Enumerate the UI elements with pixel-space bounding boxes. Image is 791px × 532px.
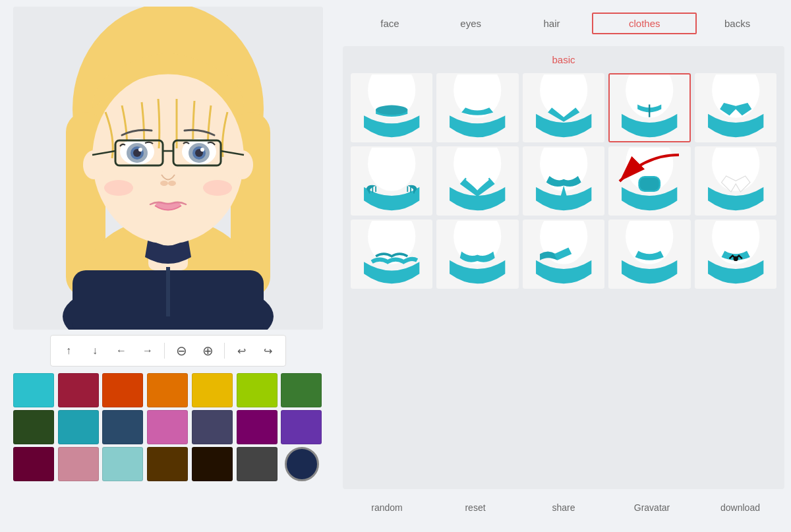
svg-point-16 [138, 148, 142, 152]
action-gravatar-button[interactable]: Gravatar [608, 496, 696, 519]
svg-point-30 [203, 180, 232, 196]
color-swatch-1[interactable] [58, 373, 99, 407]
color-swatch-8[interactable] [58, 410, 99, 444]
redo-button[interactable]: ↪ [256, 340, 279, 362]
tab-hair[interactable]: hair [512, 13, 593, 34]
color-swatch-19[interactable] [237, 447, 278, 481]
divider-2 [224, 343, 225, 359]
color-swatch-15[interactable] [58, 447, 99, 481]
action-reset-button[interactable]: reset [431, 496, 519, 519]
color-palette [13, 373, 323, 481]
move-right-button[interactable]: → [136, 340, 159, 362]
category-tabs: faceeyeshairclothesbacks [343, 0, 784, 46]
color-swatch-4[interactable] [192, 373, 233, 407]
color-swatch-0[interactable] [13, 373, 54, 407]
move-up-button[interactable]: ↑ [57, 340, 80, 362]
color-swatch-9[interactable] [102, 410, 143, 444]
right-panel: faceeyeshairclothesbacks basic [336, 0, 791, 532]
avatar-canvas [13, 7, 323, 330]
svg-point-33 [376, 105, 407, 115]
toolbar: ↑ ↓ ← → ⊖ ⊕ ↩ ↪ [50, 335, 286, 367]
color-swatch-13[interactable] [281, 410, 322, 444]
clothes-item-9[interactable] [608, 146, 690, 216]
color-swatch-16[interactable] [102, 447, 143, 481]
clothes-item-3[interactable] [523, 73, 604, 142]
move-down-button[interactable]: ↓ [84, 340, 106, 362]
svg-rect-52 [640, 178, 659, 191]
color-swatch-5[interactable] [237, 373, 278, 407]
clothes-item-5[interactable] [695, 73, 776, 142]
color-swatch-10[interactable] [147, 410, 188, 444]
clothes-item-7[interactable] [436, 146, 518, 216]
color-swatch-2[interactable] [102, 373, 143, 407]
clothes-item-11[interactable] [351, 220, 432, 289]
color-swatch-11[interactable] [192, 410, 233, 444]
color-swatch-7[interactable] [13, 410, 54, 444]
action-share-button[interactable]: share [519, 496, 608, 519]
zoom-in-button[interactable]: ⊕ [196, 340, 219, 362]
svg-point-21 [200, 148, 204, 152]
color-swatch-18[interactable] [192, 447, 233, 481]
move-left-button[interactable]: ← [110, 340, 132, 362]
svg-rect-8 [166, 267, 170, 316]
clothes-item-8[interactable] [523, 146, 604, 216]
clothes-item-6[interactable] [351, 146, 432, 216]
clothes-item-14[interactable] [608, 220, 690, 289]
tab-face[interactable]: face [349, 13, 430, 34]
svg-point-28 [168, 181, 176, 186]
clothes-item-1[interactable] [351, 73, 432, 142]
color-swatch-14[interactable] [13, 447, 54, 481]
action-download-button[interactable]: download [696, 496, 784, 519]
divider-1 [164, 343, 165, 359]
color-swatch-6[interactable] [281, 373, 322, 407]
clothes-item-12[interactable] [436, 220, 518, 289]
zoom-out-button[interactable]: ⊖ [170, 340, 192, 362]
content-area: basic [343, 46, 784, 489]
color-swatch-12[interactable] [237, 410, 278, 444]
tab-eyes[interactable]: eyes [430, 13, 512, 34]
svg-point-65 [733, 256, 738, 261]
undo-button[interactable]: ↩ [230, 340, 252, 362]
svg-point-29 [104, 180, 133, 196]
section-label: basic [351, 54, 776, 65]
clothes-grid [351, 73, 776, 289]
clothes-item-15[interactable] [695, 220, 776, 289]
color-swatch-3[interactable] [147, 373, 188, 407]
color-swatch-17[interactable] [147, 447, 188, 481]
clothes-item-13[interactable] [523, 220, 604, 289]
svg-point-27 [160, 181, 168, 186]
clothes-item-2[interactable] [436, 73, 518, 142]
left-panel: ↑ ↓ ← → ⊖ ⊕ ↩ ↪ [0, 0, 336, 532]
color-swatch-20[interactable] [285, 447, 319, 481]
action-bar: randomresetshareGravatardownload [343, 489, 784, 525]
action-random-button[interactable]: random [343, 496, 431, 519]
clothes-item-10[interactable] [695, 146, 776, 216]
tab-backs[interactable]: backs [697, 13, 778, 34]
clothes-item-4[interactable] [608, 73, 690, 142]
tab-clothes[interactable]: clothes [592, 13, 697, 34]
